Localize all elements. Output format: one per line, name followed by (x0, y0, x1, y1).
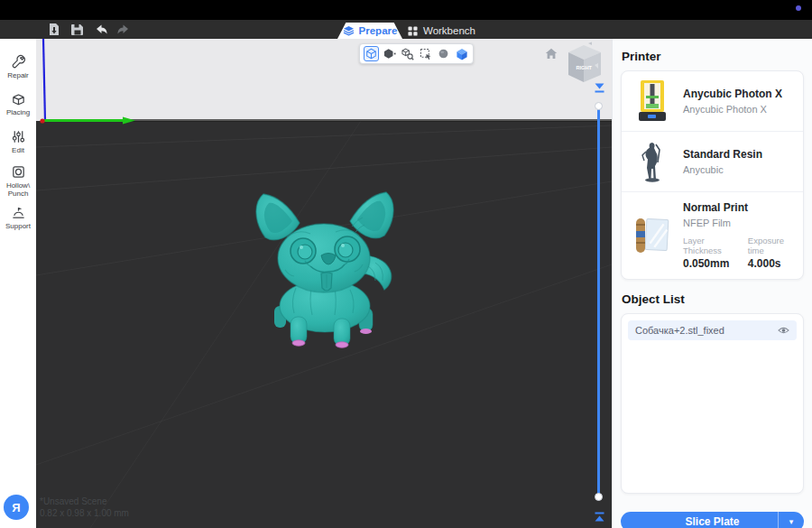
clip-top-button[interactable] (594, 81, 605, 97)
eye-icon (778, 326, 789, 335)
printer-name: Anycubic Photon X (683, 88, 782, 100)
scene-info: *Unsaved Scene 0.82 x 0.98 x 1.00 mm (40, 496, 129, 519)
scene-name: *Unsaved Scene (40, 496, 129, 507)
object-list-item[interactable]: Собачка+2.stl_fixed (628, 320, 797, 340)
open-file-icon (48, 23, 60, 36)
home-icon (545, 48, 558, 60)
clip-up-icon (594, 511, 605, 523)
print-params: Layer Thickness 0.050mm Exposure time 4.… (683, 236, 792, 270)
clip-down-icon (594, 82, 605, 94)
dog-model-graphic (233, 172, 417, 357)
view-cube-graphic: RIGHT (564, 42, 604, 83)
hollow-punch-icon (11, 164, 26, 180)
viewport-background (36, 39, 612, 121)
clip-slider-track[interactable] (597, 106, 600, 497)
workbench-grid-icon (408, 26, 418, 36)
film-thumbnail (632, 215, 672, 256)
print-mode-info: Normal Print NFEP Film Layer Thickness 0… (683, 201, 792, 270)
resin-row[interactable]: Standard Resin Anycubic (622, 131, 803, 191)
sidebar-item-edit[interactable]: Edit (0, 129, 36, 154)
param-value: 0.050mm (683, 257, 734, 270)
sphere-view-button[interactable] (436, 46, 451, 61)
param-value: 4.000s (748, 257, 792, 270)
redo-icon (117, 23, 131, 36)
resin-figurine-icon (641, 141, 664, 182)
printer-thumbnail (632, 80, 672, 122)
visibility-toggle[interactable] (778, 326, 789, 335)
printer-image-icon (639, 80, 666, 122)
printer-row[interactable]: Anycubic Photon X Anycubic Photon X (622, 71, 803, 131)
sidebar-item-label: Repair (7, 71, 29, 79)
select-area-button[interactable] (418, 46, 433, 61)
support-icon (11, 205, 26, 220)
titlebar (0, 0, 812, 20)
printer-model: Anycubic Photon X (683, 104, 782, 116)
settings-panel: Printer Anycubic Photon X A (612, 39, 812, 528)
sidebar-item-placing[interactable]: Placing (0, 91, 36, 116)
scene-size: 0.82 x 0.98 x 1.00 mm (40, 507, 129, 519)
resin-brand: Anycubic (683, 164, 762, 176)
repair-wrench-icon (11, 54, 26, 69)
view-cube[interactable]: RIGHT (564, 42, 604, 87)
open-file-button[interactable] (47, 23, 60, 36)
view-cube-face-label: RIGHT (577, 65, 593, 70)
cube-zoom-icon (401, 48, 414, 60)
print-mode-row[interactable]: Normal Print NFEP Film Layer Thickness 0… (622, 191, 803, 279)
view-toolbar (359, 43, 474, 64)
sidebar-item-label: Hollow\ (6, 181, 30, 190)
model-object-dog[interactable] (233, 172, 417, 360)
file-actions (47, 20, 131, 39)
redo-button[interactable] (117, 23, 131, 36)
chevron-down-icon: ▾ (789, 517, 794, 526)
param-layer-thickness: Layer Thickness 0.050mm (683, 236, 734, 270)
cube-outline-icon (365, 48, 377, 60)
zoom-to-model-button[interactable] (400, 46, 415, 61)
view-cube-mode-button[interactable] (364, 46, 379, 61)
clip-bottom-button[interactable] (594, 510, 605, 526)
tab-workbench[interactable]: Workbench (408, 23, 475, 39)
prepare-layers-icon (343, 25, 355, 36)
sphere-icon (438, 48, 449, 60)
tab-prepare-label: Prepare (359, 25, 398, 36)
undo-button[interactable] (94, 23, 107, 36)
printer-settings-card: Anycubic Photon X Anycubic Photon X Stan… (621, 70, 804, 280)
printer-info: Anycubic Photon X Anycubic Photon X (683, 88, 782, 116)
sidebar-item-repair[interactable]: Repair (0, 54, 36, 79)
solid-cube-icon (383, 48, 396, 60)
sidebar-item-support[interactable]: Support (0, 205, 36, 230)
clip-slider-handle-bottom[interactable] (595, 493, 603, 501)
object-name: Собачка+2.stl_fixed (635, 325, 724, 336)
param-label: Layer Thickness (683, 236, 734, 255)
home-view-button[interactable] (545, 47, 558, 63)
tool-sidebar: Repair Placing Edit Hollow\ Punch (0, 39, 36, 528)
placing-box-icon (11, 91, 26, 107)
user-avatar[interactable]: Я (4, 495, 29, 520)
main-toolbar: Prepare Workbench (0, 20, 812, 39)
printer-heading: Printer (622, 50, 804, 63)
save-file-button[interactable] (70, 23, 84, 36)
shaded-view-button[interactable] (454, 46, 469, 61)
film-roll-icon (634, 217, 670, 255)
slice-options-dropdown[interactable]: ▾ (778, 512, 804, 528)
sidebar-item-label: Placing (6, 108, 30, 116)
status-dot (796, 5, 801, 11)
select-rect-icon (420, 48, 432, 60)
tab-prepare[interactable]: Prepare (337, 23, 402, 39)
undo-icon (94, 23, 107, 36)
sidebar-item-label: Punch (8, 190, 29, 198)
slice-plate-button[interactable]: Slice Plate ▾ (621, 512, 804, 528)
clip-slider-handle-top[interactable] (595, 102, 603, 110)
photon-workshop-window: Prepare Workbench Repair Placing (0, 0, 812, 528)
edit-sliders-icon (11, 129, 26, 144)
resin-info: Standard Resin Anycubic (683, 148, 762, 176)
resin-thumbnail (632, 141, 672, 182)
solid-view-button[interactable] (382, 46, 397, 61)
viewport-3d[interactable]: RIGHT (36, 39, 612, 528)
save-file-icon (71, 23, 84, 36)
sidebar-item-label: Support (5, 222, 31, 230)
sidebar-item-hollow-punch[interactable]: Hollow\ Punch (0, 164, 36, 198)
slice-plate-label: Slice Plate (621, 515, 804, 528)
resin-name: Standard Resin (683, 148, 762, 161)
film-type: NFEP Film (683, 218, 792, 229)
param-label: Exposure time (748, 236, 792, 255)
